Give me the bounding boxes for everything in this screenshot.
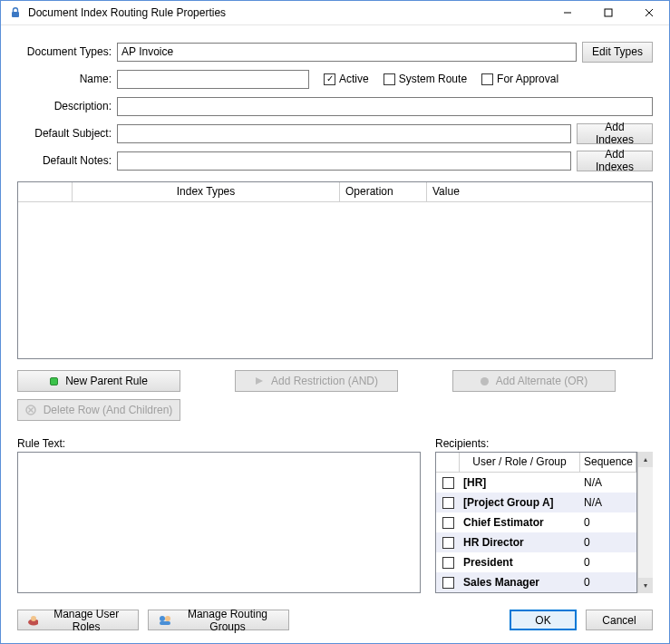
description-field[interactable] bbox=[117, 97, 653, 116]
recipient-sequence: 0 bbox=[580, 554, 636, 571]
checkbox-icon bbox=[384, 73, 395, 85]
grid-col-blank[interactable] bbox=[18, 182, 73, 201]
rule-text-area[interactable] bbox=[17, 453, 421, 593]
new-parent-rule-label: New Parent Rule bbox=[65, 375, 148, 387]
recipients-col-sequence[interactable]: Sequence bbox=[580, 453, 636, 473]
name-label: Name: bbox=[17, 73, 112, 85]
grid-col-index-types[interactable]: Index Types bbox=[73, 182, 340, 201]
manage-routing-groups-label: Manage Routing Groups bbox=[176, 608, 279, 633]
window-title: Document Index Routing Rule Properties bbox=[28, 6, 547, 19]
recipient-checkbox[interactable] bbox=[436, 515, 460, 531]
recipient-checkbox[interactable] bbox=[436, 495, 460, 511]
recipient-name: [Project Group A] bbox=[460, 494, 580, 511]
routing-groups-icon bbox=[158, 615, 170, 626]
delete-row-label: Delete Row (And Children) bbox=[44, 404, 173, 416]
titlebar: Document Index Routing Rule Properties bbox=[1, 1, 669, 25]
recipient-row[interactable]: HR Director0 bbox=[436, 532, 636, 552]
rules-grid-header: Index Types Operation Value bbox=[18, 182, 652, 202]
recipient-sequence: 0 bbox=[580, 574, 636, 590]
scroll-up-icon[interactable]: ▴ bbox=[638, 452, 653, 467]
checkbox-icon bbox=[442, 557, 454, 569]
edit-types-button[interactable]: Edit Types bbox=[582, 42, 653, 63]
svg-rect-13 bbox=[160, 621, 170, 625]
checkbox-icon: ✓ bbox=[324, 73, 335, 85]
lock-icon bbox=[8, 5, 23, 20]
close-icon bbox=[645, 8, 654, 17]
recipient-row[interactable]: Chief Estimator0 bbox=[436, 512, 636, 532]
rules-grid[interactable]: Index Types Operation Value bbox=[17, 181, 653, 359]
recipient-row[interactable]: [HR]N/A bbox=[436, 473, 636, 493]
default-notes-label: Default Notes: bbox=[17, 154, 112, 167]
close-button[interactable] bbox=[628, 1, 669, 24]
document-types-label: Document Types: bbox=[17, 45, 112, 58]
recipient-sequence: 0 bbox=[580, 534, 636, 551]
add-indexes-notes-button[interactable]: Add Indexes bbox=[577, 151, 653, 171]
system-route-checkbox[interactable]: System Route bbox=[384, 73, 467, 85]
recipients-header: User / Role / Group Sequence bbox=[436, 453, 636, 473]
recipient-checkbox[interactable] bbox=[436, 555, 460, 571]
cancel-button[interactable]: Cancel bbox=[586, 610, 653, 630]
recipients-col-user[interactable]: User / Role / Group bbox=[460, 453, 580, 473]
add-restriction-label: Add Restriction (AND) bbox=[271, 375, 378, 387]
checkbox-icon bbox=[481, 73, 493, 85]
system-route-label: System Route bbox=[399, 73, 467, 85]
document-types-field[interactable] bbox=[117, 43, 577, 62]
recipient-name: President bbox=[460, 554, 580, 571]
dialog-content: Document Types: Edit Types Name: ✓ Activ… bbox=[1, 25, 669, 643]
recipient-checkbox[interactable] bbox=[436, 535, 460, 551]
recipients-col-check[interactable] bbox=[436, 453, 460, 473]
scroll-down-icon[interactable]: ▾ bbox=[638, 578, 653, 593]
checkbox-icon bbox=[442, 517, 454, 529]
active-checkbox[interactable]: ✓ Active bbox=[324, 73, 369, 85]
recipients-scrollbar[interactable]: ▴ ▾ bbox=[637, 452, 653, 593]
recipients-label: Recipients: bbox=[435, 437, 653, 452]
for-approval-checkbox[interactable]: For Approval bbox=[481, 73, 558, 85]
recipient-name: [HR] bbox=[460, 474, 580, 491]
checkbox-icon bbox=[442, 477, 454, 489]
checkbox-icon bbox=[442, 497, 454, 509]
manage-routing-groups-button[interactable]: Manage Routing Groups bbox=[148, 610, 289, 630]
svg-point-11 bbox=[160, 616, 165, 621]
add-alternate-label: Add Alternate (OR) bbox=[496, 375, 587, 387]
delete-row-button: Delete Row (And Children) bbox=[17, 399, 180, 421]
scroll-track[interactable] bbox=[638, 467, 653, 578]
maximize-button[interactable] bbox=[587, 1, 628, 24]
recipient-checkbox[interactable] bbox=[436, 475, 460, 491]
name-field[interactable] bbox=[117, 70, 309, 89]
svg-point-12 bbox=[165, 616, 170, 621]
play-icon bbox=[255, 376, 264, 385]
recipient-row[interactable]: Sales Manager0 bbox=[436, 572, 636, 592]
rules-grid-body bbox=[18, 202, 652, 358]
minimize-button[interactable] bbox=[547, 1, 587, 24]
grid-col-operation[interactable]: Operation bbox=[340, 182, 427, 201]
recipient-sequence: N/A bbox=[580, 494, 636, 511]
delete-icon bbox=[25, 405, 36, 415]
circle-icon bbox=[481, 377, 489, 385]
recipients-body: [HR]N/A[Project Group A]N/AChief Estimat… bbox=[436, 473, 636, 592]
recipient-row[interactable]: President0 bbox=[436, 552, 636, 572]
checkbox-icon bbox=[442, 537, 454, 549]
window-controls bbox=[547, 1, 669, 24]
dialog-window: Document Index Routing Rule Properties D… bbox=[0, 0, 670, 644]
default-subject-label: Default Subject: bbox=[17, 127, 112, 140]
checkbox-icon bbox=[442, 577, 454, 589]
maximize-icon bbox=[604, 8, 613, 17]
new-parent-rule-button[interactable]: New Parent Rule bbox=[17, 370, 180, 392]
recipient-row[interactable]: [Project Group A]N/A bbox=[436, 493, 636, 512]
recipient-sequence: N/A bbox=[580, 474, 636, 491]
recipients-grid[interactable]: User / Role / Group Sequence [HR]N/A[Pro… bbox=[435, 452, 637, 593]
grid-col-value[interactable]: Value bbox=[427, 182, 652, 201]
minimize-icon bbox=[563, 8, 572, 17]
recipient-name: Sales Manager bbox=[460, 574, 580, 590]
recipient-checkbox[interactable] bbox=[436, 575, 460, 590]
active-label: Active bbox=[339, 73, 369, 85]
ok-button[interactable]: OK bbox=[510, 610, 577, 630]
manage-user-roles-button[interactable]: Manage User Roles bbox=[17, 610, 139, 630]
svg-marker-5 bbox=[256, 377, 263, 385]
add-indexes-subject-button[interactable]: Add Indexes bbox=[577, 123, 653, 144]
recipient-name: Chief Estimator bbox=[460, 514, 580, 531]
manage-user-roles-label: Manage User Roles bbox=[44, 608, 129, 633]
default-subject-field[interactable] bbox=[117, 124, 571, 143]
default-notes-field[interactable] bbox=[117, 151, 571, 171]
svg-point-10 bbox=[31, 616, 36, 621]
